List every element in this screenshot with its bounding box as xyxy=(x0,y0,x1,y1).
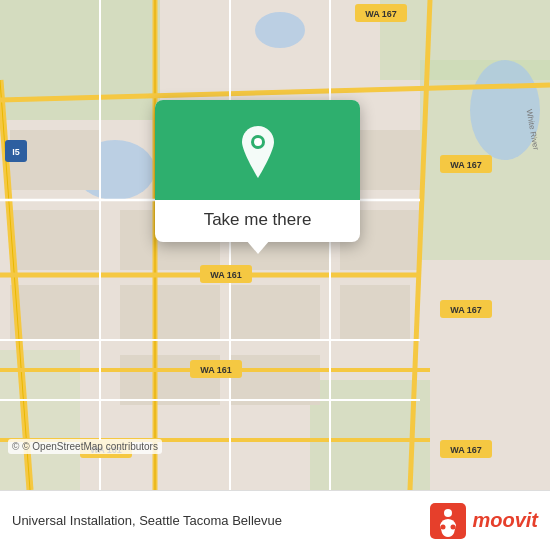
svg-point-58 xyxy=(441,524,446,529)
svg-rect-15 xyxy=(230,355,320,405)
map-container: WA 167 WA 167 WA 167 WA 167 WA 161 WA 16… xyxy=(0,0,550,490)
svg-rect-11 xyxy=(10,285,100,340)
popup-label-area[interactable]: Take me there xyxy=(155,200,360,242)
place-name: Universal Installation, Seattle Tacoma B… xyxy=(12,513,430,528)
svg-point-55 xyxy=(254,138,262,146)
moovit-text: moovit xyxy=(472,509,538,532)
svg-point-5 xyxy=(255,12,305,48)
svg-point-57 xyxy=(444,509,452,517)
svg-text:WA 167: WA 167 xyxy=(450,160,482,170)
moovit-logo: moovit xyxy=(430,503,538,539)
svg-text:WA 167: WA 167 xyxy=(450,305,482,315)
map-attribution: © © OpenStreetMap contributors xyxy=(8,439,162,454)
svg-rect-12 xyxy=(120,285,220,340)
bottom-bar: Universal Installation, Seattle Tacoma B… xyxy=(0,490,550,550)
copyright-symbol: © xyxy=(12,441,19,452)
svg-rect-14 xyxy=(230,285,320,340)
popup-header xyxy=(155,100,360,200)
svg-text:WA 161: WA 161 xyxy=(200,365,232,375)
take-me-there-button[interactable]: Take me there xyxy=(204,210,312,229)
svg-text:WA 161: WA 161 xyxy=(210,270,242,280)
svg-text:I5: I5 xyxy=(12,147,20,157)
map-svg: WA 167 WA 167 WA 167 WA 167 WA 161 WA 16… xyxy=(0,0,550,490)
moovit-icon-svg xyxy=(430,503,466,539)
location-popup: Take me there xyxy=(155,100,360,242)
svg-text:WA 167: WA 167 xyxy=(365,9,397,19)
attribution-text: © OpenStreetMap contributors xyxy=(22,441,158,452)
location-pin-icon xyxy=(236,126,280,178)
svg-text:WA 167: WA 167 xyxy=(450,445,482,455)
svg-point-59 xyxy=(451,524,456,529)
svg-rect-1 xyxy=(0,0,160,120)
svg-rect-10 xyxy=(10,210,100,270)
svg-rect-16 xyxy=(340,285,410,340)
